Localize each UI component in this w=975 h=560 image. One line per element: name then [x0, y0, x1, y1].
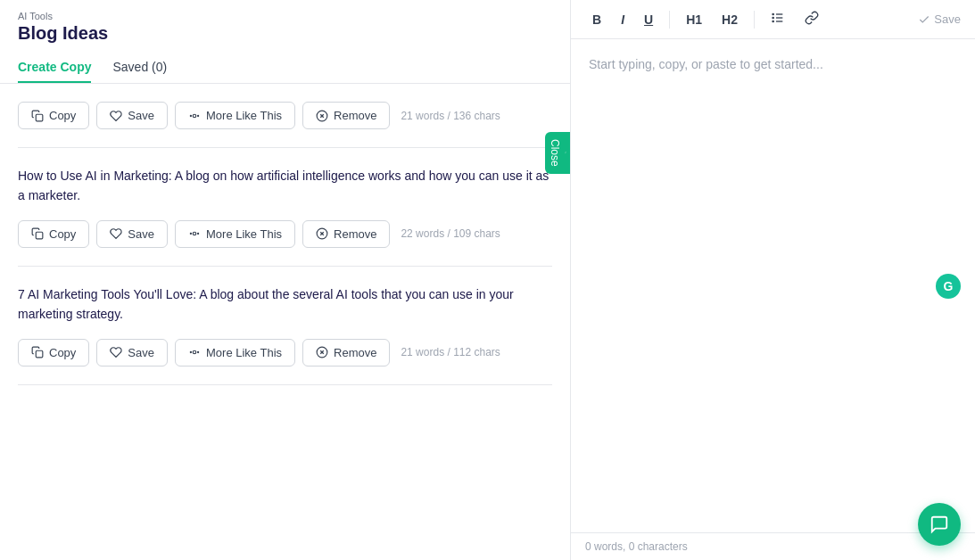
svg-rect-14 — [36, 350, 43, 358]
word-count-1: 21 words / 136 chars — [401, 110, 500, 122]
action-row-3: Copy Save More Like This Remove 21 words… — [18, 339, 552, 366]
svg-point-26 — [773, 21, 773, 21]
link-icon — [565, 147, 566, 158]
ai-tools-label: AI Tools — [18, 11, 552, 21]
copy-icon-1 — [31, 110, 44, 122]
more-icon-3 — [188, 346, 201, 358]
tab-saved[interactable]: Saved (0) — [112, 53, 167, 83]
card-text-2: How to Use AI in Marketing: A blog on ho… — [18, 166, 552, 206]
editor-toolbar: B I U H1 H2 Save — [571, 0, 975, 39]
bold-button[interactable]: B — [585, 9, 608, 30]
content-area: Copy Save More Like This Remove 21 words… — [0, 84, 570, 560]
remove-button-2[interactable]: Remove — [302, 220, 390, 248]
link-toolbar-icon — [805, 11, 819, 25]
svg-point-1 — [193, 114, 196, 118]
card-3: 7 AI Marketing Tools You'll Love: A blog… — [18, 267, 552, 385]
underline-button[interactable]: U — [637, 9, 660, 30]
svg-point-25 — [773, 17, 773, 18]
copy-icon-2 — [31, 227, 44, 240]
list-button[interactable] — [764, 7, 792, 31]
toolbar-divider-1 — [669, 11, 670, 29]
tab-create-copy[interactable]: Create Copy — [18, 53, 91, 83]
remove-icon-1 — [316, 110, 328, 122]
svg-point-2 — [198, 115, 199, 116]
status-bar: 0 words, 0 characters — [571, 532, 975, 560]
list-icon — [771, 11, 785, 25]
action-row-1: Copy Save More Like This Remove 21 words… — [18, 102, 552, 129]
more-like-this-button-3[interactable]: More Like This — [175, 339, 295, 366]
save-label: Save — [934, 12, 961, 26]
copy-button-3[interactable]: Copy — [18, 339, 89, 366]
svg-point-3 — [190, 115, 191, 116]
header-tabs: Create Copy Saved (0) — [18, 53, 552, 83]
close-label: Close — [549, 139, 561, 167]
heart-icon-3 — [110, 346, 122, 358]
remove-icon-3 — [316, 346, 328, 358]
header: AI Tools Blog Ideas Create Copy Saved (0… — [0, 0, 570, 84]
toolbar-divider-2 — [754, 11, 755, 29]
chat-icon — [930, 515, 949, 534]
svg-point-10 — [190, 234, 191, 235]
save-button-2[interactable]: Save — [96, 220, 168, 248]
svg-rect-0 — [36, 114, 43, 121]
svg-point-16 — [198, 351, 199, 352]
more-icon-2 — [188, 227, 201, 240]
svg-point-9 — [198, 234, 199, 235]
h1-button[interactable]: H1 — [679, 9, 709, 30]
word-count-2: 22 words / 109 chars — [401, 227, 500, 240]
save-area[interactable]: Save — [918, 12, 961, 26]
remove-button-1[interactable]: Remove — [302, 102, 390, 129]
action-row-2: Copy Save More Like This Remove 22 words… — [18, 220, 552, 248]
remove-button-3[interactable]: Remove — [302, 339, 390, 366]
chat-button[interactable] — [918, 503, 961, 546]
link-button[interactable] — [797, 7, 826, 31]
svg-point-17 — [190, 351, 191, 352]
grammarly-icon: G — [936, 274, 961, 299]
copy-button-2[interactable]: Copy — [18, 220, 89, 248]
save-button-3[interactable]: Save — [96, 339, 168, 366]
svg-point-15 — [193, 350, 196, 354]
card-text-3: 7 AI Marketing Tools You'll Love: A blog… — [18, 284, 552, 325]
editor-area[interactable]: Start typing, copy, or paste to get star… — [571, 39, 975, 532]
copy-icon-3 — [31, 346, 44, 358]
svg-point-24 — [773, 13, 773, 14]
left-panel: AI Tools Blog Ideas Create Copy Saved (0… — [0, 0, 571, 560]
right-panel: B I U H1 H2 Save Start typing, copy, or … — [571, 0, 975, 560]
copy-button-1[interactable]: Copy — [18, 102, 89, 129]
save-button-1[interactable]: Save — [96, 102, 168, 129]
more-like-this-button-2[interactable]: More Like This — [175, 220, 295, 248]
h2-button[interactable]: H2 — [715, 9, 745, 30]
page-title: Blog Ideas — [18, 23, 552, 44]
word-count-3: 21 words / 112 chars — [401, 346, 500, 358]
remove-icon-2 — [316, 227, 328, 240]
heart-icon-2 — [110, 227, 122, 240]
more-icon-1 — [188, 110, 201, 122]
card-2: How to Use AI in Marketing: A blog on ho… — [18, 148, 552, 267]
svg-point-8 — [193, 233, 196, 236]
card-1: Copy Save More Like This Remove 21 words… — [18, 84, 552, 148]
check-icon — [918, 13, 930, 26]
editor-placeholder: Start typing, copy, or paste to get star… — [589, 57, 957, 71]
heart-icon-1 — [110, 110, 122, 122]
italic-button[interactable]: I — [614, 9, 632, 30]
close-tab[interactable]: Close — [545, 132, 570, 174]
more-like-this-button-1[interactable]: More Like This — [175, 102, 295, 129]
svg-rect-7 — [36, 233, 43, 240]
